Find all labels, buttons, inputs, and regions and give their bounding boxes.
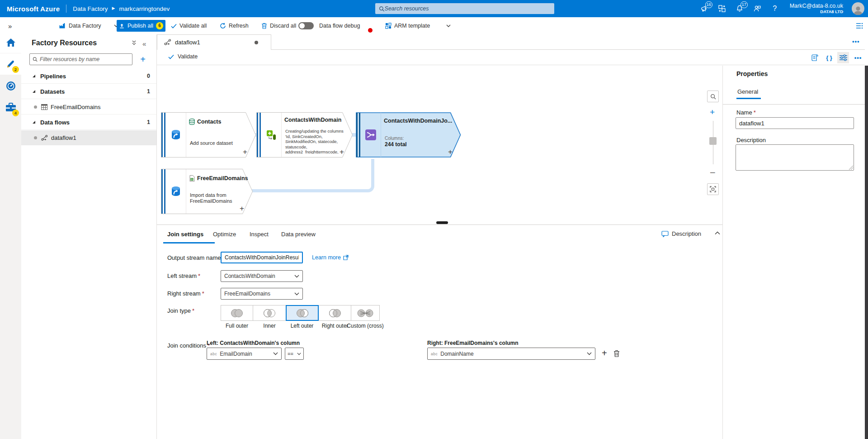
canvas-search-icon[interactable] <box>707 91 719 102</box>
nav-home[interactable] <box>0 32 21 53</box>
collapse-panel-chevron-icon[interactable] <box>715 231 720 235</box>
delete-condition-icon[interactable] <box>613 350 620 357</box>
avatar[interactable] <box>852 2 864 15</box>
dataflow-canvas[interactable]: Contacts Add source dataset + ContactsWi… <box>157 66 722 224</box>
collapse-all-icon[interactable] <box>131 40 137 46</box>
operator-select[interactable]: == <box>285 348 304 360</box>
tree-section-datasets[interactable]: Datasets 1 <box>21 84 156 99</box>
script-icon[interactable] <box>809 52 821 63</box>
tab-overflow-icon[interactable]: ••• <box>852 38 860 45</box>
node-freeemaildomains[interactable]: FreeEmailDomains Import data from FreeEm… <box>161 169 253 214</box>
search-icon <box>379 6 385 12</box>
right-stream-select[interactable]: FreeEmailDomains <box>221 288 303 300</box>
more-actions-icon[interactable]: ••• <box>852 52 864 63</box>
account-block[interactable]: MarkC@data-8.co.uk DATA8 LTD <box>790 3 843 14</box>
data-flow-debug-label: Data flow debug <box>319 17 360 34</box>
toolbar-settings-icon[interactable] <box>856 17 863 34</box>
collapse-panel-icon[interactable]: « <box>142 40 146 48</box>
data-flow-debug-toggle[interactable] <box>298 22 314 29</box>
learn-more-link[interactable]: Learn more <box>312 254 349 261</box>
zoom-out-icon[interactable]: – <box>710 167 715 177</box>
search-input[interactable] <box>385 5 551 12</box>
switch-directory-icon[interactable] <box>717 4 726 13</box>
factory-scope-button[interactable]: Data Factory <box>59 17 118 34</box>
notifications-bell-icon[interactable]: 17 <box>735 4 744 13</box>
tab-inspect[interactable]: Inspect <box>250 231 269 238</box>
properties-panel: Properties General Name* Description <box>722 66 865 439</box>
settings-sliders-icon[interactable] <box>837 52 849 63</box>
resize-grip-icon[interactable] <box>849 166 853 170</box>
tab-optimize[interactable]: Optimize <box>213 231 236 238</box>
zoom-slider-handle[interactable] <box>709 137 717 145</box>
add-resource-button[interactable]: + <box>137 53 149 65</box>
node-join-selected[interactable]: ContactsWithDomainJo... Columns: 244 tot… <box>356 112 461 157</box>
tree-item-dataflow1[interactable]: dataflow1 <box>21 130 156 145</box>
chevron-down-icon <box>446 24 451 27</box>
tab-join-settings[interactable]: Join settings <box>167 231 203 238</box>
help-icon[interactable]: ? <box>770 4 779 13</box>
tab-data-preview[interactable]: Data preview <box>281 231 316 238</box>
add-transformation-icon[interactable]: + <box>243 148 247 157</box>
topbar-right-icons: 16 17 ? MarkC@data-8.co.uk DATA8 LTD <box>700 0 866 17</box>
refresh-button[interactable]: Refresh <box>220 17 249 34</box>
nav-monitor[interactable] <box>0 75 21 96</box>
tab-dataflow1[interactable]: dataflow1 <box>157 34 271 50</box>
expand-rail-icon[interactable]: » <box>8 17 12 34</box>
zoom-in-icon[interactable]: + <box>710 107 715 117</box>
node-title-row: ContactsWithDomainJo... <box>384 118 452 124</box>
left-stream-select[interactable]: ContactsWithDomain <box>221 270 303 282</box>
panel-resize-handle[interactable] <box>436 221 448 224</box>
join-type-custom-cross[interactable] <box>351 305 380 321</box>
global-search[interactable] <box>375 3 554 14</box>
code-braces-icon[interactable]: { } <box>823 52 835 63</box>
validate-all-button[interactable]: Validate all <box>171 17 207 34</box>
stream-stripe <box>161 169 165 214</box>
expand-triangle-icon[interactable] <box>33 90 35 93</box>
monitor-gauge-icon <box>5 81 16 91</box>
operator-value: == <box>288 351 293 357</box>
announcements-icon[interactable]: 16 <box>700 4 709 13</box>
nav-author[interactable]: 2 <box>0 53 21 75</box>
feedback-icon[interactable] <box>753 4 762 13</box>
add-transformation-icon[interactable]: + <box>340 148 344 157</box>
add-condition-icon[interactable]: + <box>602 348 607 358</box>
left-stream-label: Left stream* <box>167 272 200 279</box>
join-type-inner[interactable] <box>253 305 286 321</box>
required-marker: * <box>192 307 194 314</box>
nav-manage[interactable]: 4 <box>0 97 21 118</box>
tree-section-dataflows[interactable]: Data flows 1 <box>21 115 156 130</box>
announcements-badge: 16 <box>705 1 712 8</box>
zoom-fit-icon[interactable] <box>707 183 719 195</box>
join-type-full-outer[interactable] <box>221 305 253 321</box>
breadcrumb-app[interactable]: Data Factory <box>73 5 108 12</box>
left-column-select[interactable]: abc EmailDomain <box>207 348 282 360</box>
arm-template-menu[interactable]: ARM template <box>385 17 451 34</box>
right-column-select[interactable]: abc DomainName <box>427 348 595 360</box>
tree-item-freeemaildomains[interactable]: FreeEmailDomains <box>21 100 156 115</box>
tab-general[interactable]: General <box>737 88 758 95</box>
resource-filter-input[interactable] <box>40 56 129 62</box>
output-stream-input[interactable] <box>221 252 303 263</box>
breadcrumb-instance[interactable]: markcarringtondev <box>119 5 170 12</box>
node-contacts[interactable]: Contacts Add source dataset + <box>161 112 256 157</box>
azure-brand[interactable]: Microsoft Azure <box>7 5 60 13</box>
publish-all-button[interactable]: Publish all 6 <box>117 20 165 32</box>
vertical-scrollbar[interactable] <box>865 66 868 439</box>
description-button[interactable]: Description <box>661 230 701 237</box>
add-transformation-icon[interactable]: + <box>240 204 244 213</box>
expand-triangle-icon[interactable] <box>33 75 35 77</box>
node-contactswithdomain[interactable]: ContactsWithDomain Creating/updating the… <box>256 112 353 157</box>
resource-filter[interactable] <box>29 53 132 65</box>
description-textarea[interactable] <box>736 144 854 171</box>
add-transformation-icon[interactable]: + <box>448 148 453 157</box>
validate-button[interactable]: Validate <box>168 53 198 60</box>
name-input[interactable] <box>736 117 854 129</box>
join-type-left-outer[interactable] <box>286 305 319 321</box>
section-label: Data flows <box>40 119 70 126</box>
arm-template-icon <box>385 23 392 29</box>
expand-triangle-icon[interactable] <box>33 121 35 124</box>
source-icon <box>165 169 186 214</box>
discard-all-button[interactable]: Discard all <box>261 17 296 34</box>
join-type-right-outer[interactable] <box>318 305 351 321</box>
tree-section-pipelines[interactable]: Pipelines 0 <box>21 69 156 84</box>
